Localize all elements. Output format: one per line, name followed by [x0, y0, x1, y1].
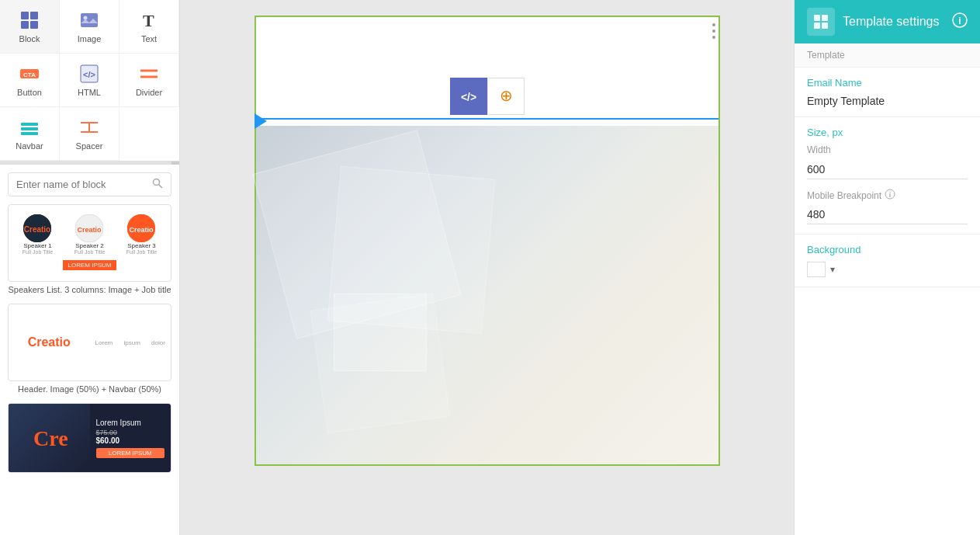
template-label: Template	[807, 50, 845, 61]
block-element[interactable]: Block	[0, 0, 60, 54]
mobile-breakpoint-label: Mobile Breakpoint	[807, 190, 881, 201]
move-icon[interactable]: ⊕	[487, 78, 525, 115]
product-price-new: $60.00	[96, 436, 165, 445]
canvas-dots-handle[interactable]	[709, 17, 719, 45]
search-input[interactable]	[16, 179, 152, 190]
text-icon: T	[138, 9, 160, 31]
header-preview-box: Creatio Lorem ipsum dolor	[8, 304, 171, 381]
html-element[interactable]: </> HTML	[60, 54, 119, 107]
svg-rect-4	[81, 13, 98, 27]
svg-point-5	[84, 16, 88, 20]
speaker-name-2: Speaker 2	[74, 242, 105, 249]
product-price-orig: $75.00	[96, 429, 165, 436]
product-text: Lorem Ipsum $75.00 $60.00 LOREM IPSUM	[90, 403, 171, 473]
html-label: HTML	[78, 88, 101, 97]
mobile-info-icon[interactable]: i	[885, 189, 895, 202]
bg-overlay-box	[334, 294, 427, 371]
width-input[interactable]	[807, 160, 968, 179]
navbar-label: Navbar	[16, 141, 43, 151]
info-icon[interactable]: i	[952, 12, 968, 32]
canvas-area: </> ⊕	[180, 0, 794, 535]
canvas-arrow	[255, 113, 267, 129]
svg-text:Creatio: Creatio	[24, 225, 50, 234]
dot-3	[712, 36, 715, 39]
svg-point-19	[154, 179, 160, 186]
header-nav: Lorem ipsum dolor	[90, 339, 171, 346]
speaker-name-3: Speaker 3	[126, 242, 157, 249]
email-name-value: Empty Template	[807, 95, 968, 107]
speakers-block-label: Speakers List. 3 columns: Image + Job ti…	[8, 285, 171, 294]
email-name-section: Email Name Empty Template	[795, 68, 980, 117]
left-sidebar: Block Image T Text	[0, 0, 180, 535]
speaker-preview-inner: Creatio Speaker 1 Full Job Title Creatio	[9, 208, 171, 279]
html-block-icon: </>	[450, 78, 487, 115]
text-element[interactable]: T Text	[119, 0, 179, 54]
svg-rect-32	[814, 23, 820, 29]
svg-rect-13	[21, 123, 38, 126]
button-icon: CTA	[19, 63, 40, 85]
spacer-icon	[78, 116, 100, 138]
email-canvas-wrapper: </> ⊕	[255, 16, 720, 466]
header-block-item[interactable]: Creatio Lorem ipsum dolor Header. Image …	[8, 304, 171, 394]
speaker-job-2: Full Job Title	[74, 249, 105, 255]
right-sidebar: Template settings i Template Email Name …	[794, 0, 980, 535]
nav-item-3: dolor	[151, 339, 165, 346]
speakers-preview: Creatio Speaker 1 Full Job Title Creatio	[8, 204, 171, 282]
speaker-name-1: Speaker 1	[23, 242, 53, 249]
svg-rect-1	[30, 12, 38, 19]
swatch-dropdown-icon[interactable]: ▾	[830, 264, 835, 275]
spacer-label: Spacer	[76, 141, 103, 151]
product-block-item[interactable]: Creatio Lorem Ipsum $75.00 $60.00 LOREM …	[8, 403, 171, 473]
divider-element[interactable]: Divider	[119, 54, 179, 107]
image-icon	[78, 9, 100, 31]
svg-rect-15	[21, 132, 38, 135]
product-preview-box: Creatio Lorem Ipsum $75.00 $60.00 LOREM …	[8, 403, 171, 473]
background-title: Background	[807, 244, 968, 255]
right-sidebar-header: Template settings i	[795, 0, 980, 43]
selection-line	[256, 118, 719, 120]
block-label: Block	[19, 34, 40, 43]
svg-rect-0	[21, 12, 29, 19]
navbar-element[interactable]: Navbar	[0, 107, 60, 161]
header-logo: Creatio	[9, 335, 90, 349]
email-canvas[interactable]: </> ⊕	[255, 16, 720, 466]
svg-rect-3	[30, 21, 38, 29]
mobile-breakpoint-row: Mobile Breakpoint i	[807, 189, 968, 224]
mobile-breakpoint-input[interactable]	[807, 205, 968, 224]
header-preview-inner: Creatio Lorem ipsum dolor	[9, 323, 171, 362]
template-settings-title: Template settings	[843, 15, 944, 29]
svg-rect-2	[21, 21, 29, 29]
avatar-1: Creatio	[23, 214, 51, 242]
size-section: Size, px Width Mobile Breakpoint i	[795, 117, 980, 234]
header-block-label: Header. Image (50%) + Navbar (50%)	[8, 384, 171, 394]
size-title: Size, px	[807, 127, 968, 138]
nav-item-2: ipsum	[124, 339, 140, 346]
dot-2	[712, 30, 715, 33]
email-name-title: Email Name	[807, 77, 968, 89]
search-box[interactable]	[8, 172, 171, 196]
image-element[interactable]: Image	[60, 0, 119, 54]
svg-rect-33	[822, 23, 828, 29]
html-block-widget[interactable]: </> ⊕	[450, 78, 525, 115]
svg-rect-14	[21, 127, 38, 130]
product-image: Creatio	[9, 403, 90, 473]
svg-text:</>: </>	[460, 91, 476, 103]
spacer-element[interactable]: Spacer	[60, 107, 119, 161]
navbar-icon	[19, 116, 40, 138]
background-color-swatch[interactable]: ▾	[807, 262, 968, 277]
svg-text:i: i	[889, 191, 892, 199]
button-element[interactable]: CTA Button	[0, 54, 60, 107]
template-section-label: Template	[795, 43, 980, 68]
svg-rect-31	[822, 15, 828, 21]
product-preview-inner: Creatio Lorem Ipsum $75.00 $60.00 LOREM …	[9, 403, 171, 473]
canvas-image-area	[256, 126, 719, 464]
color-box[interactable]	[807, 262, 826, 277]
svg-text:⊕: ⊕	[499, 87, 512, 104]
text-label: Text	[141, 34, 157, 43]
svg-text:Creatio: Creatio	[78, 226, 102, 234]
html-icon: </>	[78, 63, 100, 85]
product-title: Lorem Ipsum	[96, 419, 165, 427]
lorem-badge: LOREM IPSUM	[63, 260, 116, 270]
template-settings-icon	[807, 8, 835, 36]
speakers-block-item[interactable]: Creatio Speaker 1 Full Job Title Creatio	[8, 204, 171, 294]
